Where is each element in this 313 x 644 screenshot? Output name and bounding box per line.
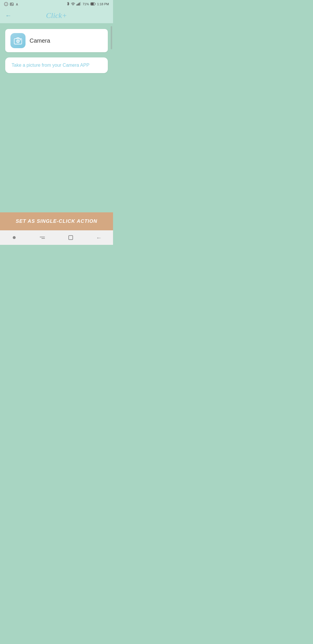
action-button[interactable]: SET AS SINGLE-CLICK ACTION [0, 212, 113, 230]
take-picture-text: Take a picture from your Camera APP [12, 63, 90, 68]
svg-point-13 [20, 39, 21, 40]
svg-point-3 [73, 5, 73, 6]
nav-back-button[interactable]: ← [90, 232, 108, 243]
svg-point-11 [17, 40, 19, 43]
camera-icon [14, 36, 22, 45]
nav-home-button[interactable] [6, 232, 23, 243]
battery-percent: 71% [83, 2, 89, 6]
status-bar: f A [0, 0, 113, 8]
status-time: 1:18 PM [97, 2, 109, 6]
nav-bar: ← [0, 230, 113, 245]
camera-card[interactable]: Camera [5, 29, 108, 52]
app-title: Click+ [14, 11, 99, 20]
camera-icon-wrapper [10, 33, 26, 48]
status-icons-left: f A [4, 2, 19, 6]
svg-text:A: A [16, 3, 18, 6]
main-content: Camera Take a picture from your Camera A… [0, 23, 113, 212]
bluetooth-icon [67, 2, 70, 6]
nav-recent-button[interactable] [34, 232, 51, 243]
svg-rect-6 [79, 3, 80, 6]
svg-rect-4 [77, 4, 77, 6]
f-icon: f [4, 2, 8, 6]
back-button[interactable]: ← [5, 12, 12, 19]
camera-label: Camera [30, 37, 50, 44]
status-icons-right: 71% 1:18 PM [67, 2, 109, 6]
action-button-label: SET AS SINGLE-CLICK ACTION [16, 218, 97, 224]
battery-icon [90, 2, 96, 6]
app-header: ← Click+ [0, 8, 113, 23]
svg-rect-7 [80, 2, 81, 6]
nav-overview-button[interactable] [62, 232, 79, 243]
recent-apps-icon [40, 237, 45, 239]
svg-point-12 [17, 41, 19, 42]
take-picture-card[interactable]: Take a picture from your Camera APP [5, 57, 108, 73]
scroll-indicator [111, 26, 112, 49]
wifi-icon [71, 2, 75, 6]
image-icon [10, 2, 14, 6]
overview-square-icon [68, 235, 73, 240]
svg-rect-5 [78, 3, 79, 6]
svg-rect-9 [91, 3, 94, 5]
home-dot-icon [13, 236, 16, 239]
back-arrow-icon: ← [96, 235, 102, 240]
a-icon: A [15, 2, 19, 6]
signal-icon [77, 2, 81, 6]
svg-rect-0 [10, 3, 13, 6]
